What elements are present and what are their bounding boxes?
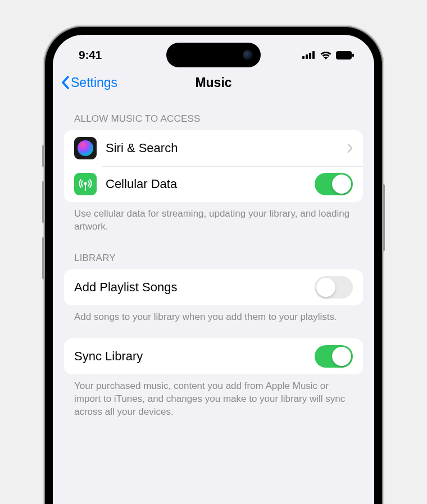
toggle-cellular-data[interactable] bbox=[315, 173, 353, 195]
group-access: Siri & Search bbox=[64, 130, 363, 202]
row-label-sync: Sync Library bbox=[74, 349, 315, 364]
row-label-siri: Siri & Search bbox=[106, 141, 347, 155]
group-sync-library: Sync Library bbox=[64, 338, 363, 374]
toggle-sync-library[interactable] bbox=[315, 345, 353, 368]
row-cellular-data: Cellular Data bbox=[64, 166, 363, 202]
back-label: Settings bbox=[71, 75, 117, 90]
svg-rect-0 bbox=[302, 56, 305, 59]
row-sync-library: Sync Library bbox=[64, 338, 363, 374]
row-label-add-playlist: Add Playlist Songs bbox=[74, 280, 315, 295]
svg-rect-4 bbox=[336, 51, 352, 59]
svg-rect-3 bbox=[312, 51, 315, 59]
chevron-right-icon bbox=[347, 143, 353, 153]
power-button bbox=[382, 184, 385, 251]
phone-frame: 9:41 bbox=[45, 27, 382, 504]
cellular-icon bbox=[74, 173, 97, 195]
row-label-cellular: Cellular Data bbox=[106, 177, 315, 191]
row-siri-search[interactable]: Siri & Search bbox=[64, 130, 363, 166]
group-add-playlist: Add Playlist Songs bbox=[64, 269, 363, 305]
chevron-left-icon bbox=[61, 76, 70, 89]
wifi-icon bbox=[320, 51, 332, 59]
section-header-library: LIBRARY bbox=[64, 248, 363, 269]
svg-rect-5 bbox=[352, 53, 354, 57]
svg-rect-1 bbox=[306, 54, 308, 59]
back-button[interactable]: Settings bbox=[61, 75, 117, 90]
footer-sync: Your purchased music, content you add fr… bbox=[64, 374, 363, 433]
siri-icon bbox=[74, 137, 97, 159]
content: ALLOW MUSIC TO ACCESS Siri & Search bbox=[53, 99, 374, 433]
nav-bar: Settings Music bbox=[53, 70, 374, 99]
page-title: Music bbox=[195, 75, 231, 90]
footer-cellular: Use cellular data for streaming, updatin… bbox=[64, 202, 363, 248]
section-header-access: ALLOW MUSIC TO ACCESS bbox=[64, 109, 363, 130]
screen: 9:41 bbox=[53, 35, 374, 504]
status-icons bbox=[302, 51, 354, 59]
svg-rect-2 bbox=[309, 53, 311, 59]
dynamic-island bbox=[166, 43, 261, 67]
toggle-add-playlist-songs[interactable] bbox=[315, 276, 353, 299]
footer-add-playlist: Add songs to your library when you add t… bbox=[64, 305, 363, 338]
volume-buttons bbox=[42, 145, 45, 293]
battery-icon bbox=[336, 51, 354, 59]
row-add-playlist-songs: Add Playlist Songs bbox=[64, 269, 363, 305]
cellular-signal-icon bbox=[302, 51, 316, 59]
status-time: 9:41 bbox=[79, 48, 102, 62]
